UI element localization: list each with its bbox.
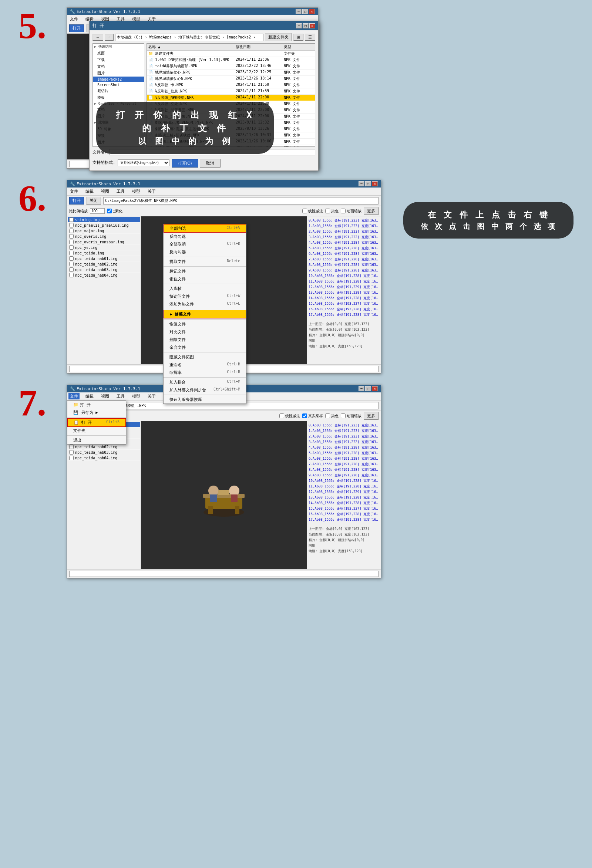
cb-nab02[interactable] (69, 262, 74, 266)
dialog-close-btn[interactable]: ✕ (309, 23, 315, 28)
s7-dye-cb[interactable] (325, 413, 330, 418)
s7-menu-file[interactable]: 文件 (68, 393, 80, 399)
s6-file-nab02[interactable]: npc_teida_nab02.img (68, 261, 140, 267)
s7-dye-check[interactable]: 染色 (325, 413, 339, 419)
s6-file-nab04[interactable]: npc_teida_nab04.img (68, 273, 140, 278)
addr-list-btn[interactable]: ⊞ (293, 34, 303, 41)
tree-pics[interactable]: 图片 (93, 70, 144, 77)
s7-menu-tool[interactable]: 工具 (115, 393, 126, 399)
s6-file-shining[interactable]: shining.img (68, 217, 140, 223)
s7-ctx-打开[interactable]: 📁 打 开 (67, 401, 126, 409)
more-btn[interactable]: 更多 (364, 207, 379, 215)
addr-back-btn[interactable]: ← (93, 34, 103, 41)
minimize-btn[interactable]: ─ (296, 9, 302, 14)
ctx-abandon[interactable]: 余弃文件 (164, 344, 246, 351)
ctx-select-all[interactable]: 全部勾选 Ctrl+A (164, 224, 246, 233)
cb-nab04[interactable] (69, 273, 74, 278)
close-btn[interactable]: ✕ (309, 9, 315, 14)
s7-linear-cb[interactable] (279, 413, 284, 418)
s7-file-nab03[interactable]: npc_teida_nab03.img (68, 450, 140, 455)
s7-anim-check[interactable]: 动画缩放 (341, 413, 361, 419)
ctx-shrink[interactable]: 缩辉率 Ctrl+R (164, 369, 246, 376)
s6-file-ys[interactable]: npc_ys.img (68, 245, 140, 250)
addr-detail-btn[interactable]: ☰ (305, 34, 315, 41)
ratio-input[interactable] (90, 208, 105, 214)
checkbox-素化[interactable]: □素化 (107, 208, 123, 214)
ctx-reverse2[interactable]: 反向勾选 (164, 248, 246, 256)
s6-file-ronsbar[interactable]: npc_overis_ronsbar.img (68, 239, 140, 245)
open-btn[interactable]: 打开 (69, 24, 84, 32)
dialog-open-btn[interactable]: 打开(O) (172, 159, 198, 168)
ctx-merge[interactable]: 加入拼合 Ctrl+M (164, 378, 246, 386)
s7-path-input[interactable] (69, 571, 379, 577)
ctx-mark[interactable]: 标记文件 (164, 267, 246, 275)
s7-linear-check[interactable]: 线性减法 (279, 413, 300, 419)
s6-file-nab01[interactable]: npc_teida_nab01.img (68, 256, 140, 261)
s6-menu-about[interactable]: 关于 (146, 188, 157, 195)
dye-cb[interactable] (325, 208, 330, 213)
s6-open-btn[interactable]: 打开 (69, 197, 84, 205)
s7-ctx-folder[interactable]: 文件夹 (67, 427, 126, 434)
ctx-compare[interactable]: 对比文件 (164, 328, 246, 336)
cb-major[interactable] (69, 229, 74, 233)
s6-menu-view[interactable]: 视图 (99, 188, 111, 195)
ctx-extract[interactable]: 提取文件 Delete (164, 258, 246, 266)
tree-desktop[interactable]: 桌面 (93, 50, 144, 57)
s6-minimize-btn[interactable]: ─ (358, 181, 364, 186)
ctx-reverse[interactable]: 反向勾选 (164, 233, 246, 241)
ctx-deselect[interactable]: 全部取消 Ctrl+D (164, 241, 246, 248)
s7-anim-cb[interactable] (341, 413, 346, 418)
tree-download[interactable]: 下载 (93, 57, 144, 63)
s7-ctx-save[interactable]: 💾 另存为 ▶ (67, 409, 126, 416)
file-row-new-folder[interactable]: 📁 新建文件夹 文件夹 (147, 51, 315, 57)
s7-menu-about[interactable]: 关于 (146, 393, 157, 399)
tree-template[interactable]: 模板 (93, 94, 144, 101)
addr-up-btn[interactable]: ↑ (105, 34, 114, 41)
file-row-5[interactable]: 📄 %反和弦_信息.NPK 2024/1/11 21:59 NPK 文件 (147, 89, 315, 94)
cb-teida[interactable] (69, 251, 74, 255)
dialog-max-btn[interactable]: □ (303, 23, 309, 28)
s7-ctx-print[interactable]: 📋 打 开 Ctrl+S (67, 418, 126, 427)
s6-file-teida[interactable]: npc_teida.img (68, 250, 140, 256)
cb-nab03[interactable] (69, 267, 74, 272)
s6-menu-edit[interactable]: 编辑 (84, 188, 95, 195)
s7-sample-check[interactable]: 真实采样 (302, 413, 323, 419)
dialog-cancel-btn[interactable]: 取消 (200, 159, 221, 168)
dialog-min-btn[interactable]: ─ (296, 23, 302, 28)
s6-menu-tool[interactable]: 工具 (115, 188, 126, 195)
cb-ys[interactable] (69, 245, 74, 249)
s7-file-nab02[interactable]: npc_teida_nab02.img (68, 444, 140, 450)
s7-menu-model[interactable]: 模型 (130, 393, 142, 399)
ctx-ext-merge[interactable]: 加入外部文件到拼合 Ctrl+Shift+M (164, 386, 246, 394)
s7-ctx-exit[interactable]: 退出 (67, 436, 126, 444)
anim-cb[interactable] (341, 208, 346, 213)
s6-file-nab03[interactable]: npc_teida_nab03.img (68, 267, 140, 273)
s7-file-nab04[interactable]: npc_teida_nab04.img (68, 455, 140, 461)
tree-cut[interactable]: 截切片 (93, 88, 144, 94)
tree-screenshot[interactable]: ScreenShot (93, 82, 144, 88)
cb-nab01[interactable] (69, 256, 74, 261)
s7-cb-nab03[interactable] (69, 450, 74, 455)
file-row-1[interactable]: 📄 taid#界限与动画部.NPK 2023/12/22 13:46 NPK 文… (147, 63, 315, 69)
s7-minimize-btn[interactable]: ─ (358, 386, 364, 391)
s7-menu-view[interactable]: 视图 (99, 393, 111, 399)
s6-close-btn2[interactable]: 关闭 (86, 197, 101, 205)
ctx-hide-map[interactable]: 隐藏文件拓图 (164, 353, 246, 361)
file-row-3[interactable]: 📄 地界城墙依仗心G.NPK 2023/12/26 18:14 NPK 文件 (147, 76, 315, 82)
ctx-hot[interactable]: 添加为热文件 Ctrl+E (164, 300, 246, 308)
s7-sample-cb[interactable] (302, 413, 307, 418)
file-filter-select[interactable]: 支持的格式(*.img,*.npk*.*) (118, 159, 169, 166)
s6-menu-model[interactable]: 模型 (130, 188, 142, 195)
cb-overis[interactable] (69, 234, 74, 239)
s7-cb-nab04[interactable] (69, 456, 74, 460)
s6-linear-check[interactable]: 线性减法 (302, 208, 323, 214)
s7-more-btn[interactable]: 更多 (364, 412, 379, 420)
s6-file-praelis[interactable]: npc_praelis_praelius.img (68, 223, 140, 228)
maximize-btn[interactable]: □ (302, 9, 308, 14)
s6-anim-check[interactable]: 动画缩放 (341, 208, 361, 214)
s7-maximize-btn[interactable]: □ (365, 386, 371, 391)
cb-shining[interactable] (69, 217, 74, 222)
tree-docs[interactable]: 文档 (93, 63, 144, 70)
s6-file-major[interactable]: npc_major.img (68, 228, 140, 234)
file-row-0[interactable]: 📄 1.0AI DNF拓和图·助理 [Ver 1.13].NPK 2024/1/… (147, 57, 315, 63)
